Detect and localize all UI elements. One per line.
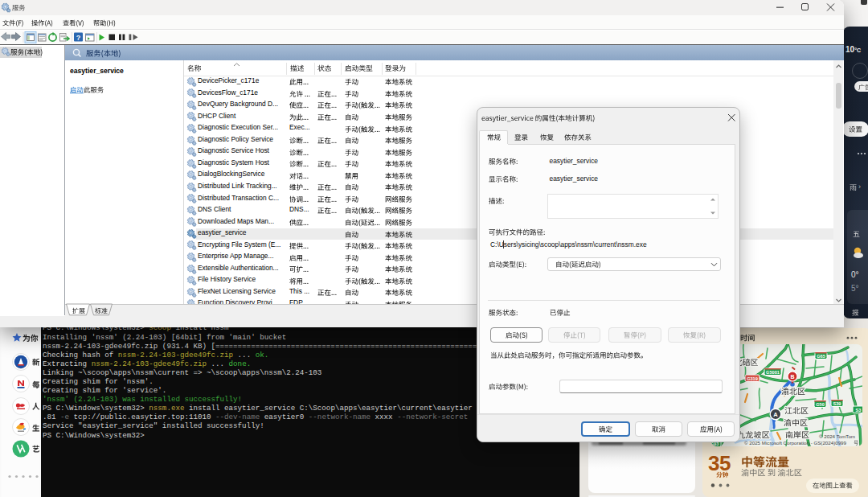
svg-text:G50: G50 — [816, 402, 825, 407]
svg-text:B: B — [790, 374, 794, 380]
svg-text:A: A — [773, 411, 778, 418]
svg-text:G65: G65 — [817, 354, 825, 359]
svg-text:S3: S3 — [856, 408, 862, 413]
svg-text:S39: S39 — [833, 401, 841, 406]
svg-text:?: ? — [76, 34, 81, 42]
svg-text:G319: G319 — [747, 376, 758, 381]
svg-text:© 2024 TomTom: © 2024 TomTom — [819, 433, 855, 439]
svg-text:G5001: G5001 — [766, 370, 780, 375]
